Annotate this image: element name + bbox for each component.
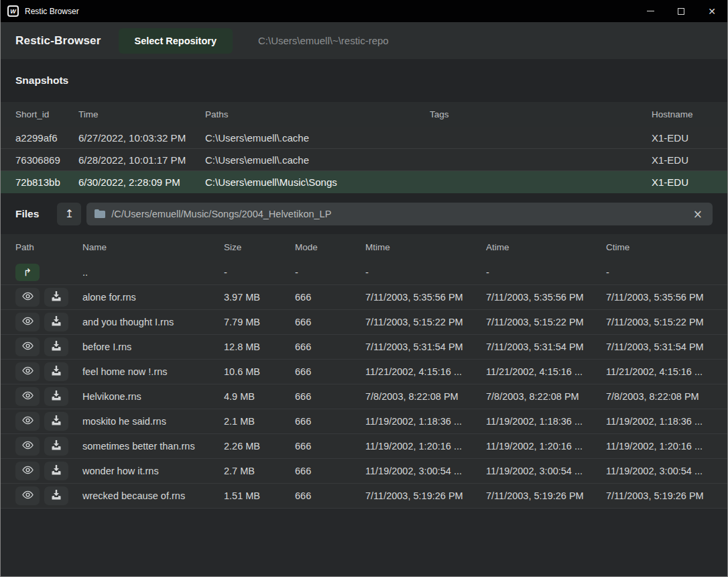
eye-icon — [21, 490, 34, 501]
download-icon — [51, 316, 62, 328]
col-short-id: Short_id — [15, 109, 78, 119]
select-repository-button[interactable]: Select Repository — [119, 28, 233, 54]
snapshot-row[interactable]: 763068696/28/2022, 10:01:17 PMC:\Users\e… — [1, 149, 727, 171]
file-ctime: 7/11/2003, 5:35:56 PM — [606, 292, 713, 303]
maximize-button[interactable] — [666, 0, 696, 22]
eye-icon — [21, 416, 34, 427]
preview-file-button[interactable] — [15, 412, 40, 431]
file-atime: 7/11/2003, 5:19:26 PM — [486, 490, 606, 501]
snapshot-short-id: a2299af6 — [15, 132, 78, 144]
file-ctime: 7/11/2003, 5:19:26 PM — [606, 490, 713, 501]
parent-dir-row: ↱..----- — [1, 260, 727, 285]
preview-file-button[interactable] — [15, 313, 40, 331]
file-mtime: 11/19/2002, 3:00:54 ... — [365, 466, 486, 476]
minimize-button[interactable] — [635, 0, 666, 22]
preview-file-button[interactable] — [15, 462, 40, 480]
eye-icon — [21, 342, 34, 352]
col-size: Size — [224, 242, 295, 252]
files-rows: ↱..-----alone for.rns3.97 MB6667/11/2003… — [1, 260, 727, 509]
file-name: wrecked because of.rns — [82, 490, 224, 501]
file-name: .. — [82, 267, 224, 278]
file-size: 2.7 MB — [224, 466, 295, 476]
file-actions — [15, 437, 82, 456]
clear-path-button[interactable]: × — [691, 207, 705, 221]
file-ctime: 11/19/2002, 1:20:16 ... — [606, 441, 713, 452]
download-file-button[interactable] — [44, 486, 68, 505]
download-file-button[interactable] — [44, 313, 68, 331]
preview-file-button[interactable] — [15, 288, 40, 307]
preview-file-button[interactable] — [15, 387, 40, 406]
current-path-bar[interactable]: /C/Users/emuell/Music/Songs/2004_Helveti… — [86, 203, 713, 225]
window-title: Restic Browser — [25, 7, 79, 16]
file-size: - — [224, 267, 295, 278]
snapshot-short-id: 76306869 — [15, 154, 78, 166]
download-icon — [51, 465, 62, 477]
download-file-button[interactable] — [44, 288, 68, 307]
file-mode: 666 — [295, 416, 365, 427]
download-file-button[interactable] — [44, 387, 68, 406]
file-name: and you thought I.rns — [82, 317, 224, 327]
file-actions — [15, 288, 82, 307]
snapshot-row[interactable]: a2299af66/27/2022, 10:03:32 PMC:\Users\e… — [1, 127, 727, 149]
snapshot-paths: C:\Users\emuell\.cache — [205, 154, 430, 166]
file-ctime: 7/11/2003, 5:31:54 PM — [606, 342, 713, 352]
app-title: Restic-Browser — [15, 34, 101, 48]
snapshot-paths: C:\Users\emuell\.cache — [205, 132, 430, 144]
file-ctime: 11/19/2002, 3:00:54 ... — [606, 466, 713, 476]
file-mtime: 7/11/2003, 5:15:22 PM — [365, 317, 486, 327]
eye-icon — [21, 466, 34, 476]
download-file-button[interactable] — [44, 462, 68, 480]
go-to-root-button[interactable]: ↥ — [57, 203, 81, 225]
download-icon — [51, 366, 62, 378]
file-actions — [15, 362, 82, 381]
eye-icon — [21, 366, 34, 377]
snapshots-table-header: Short_id Time Paths Tags Hostname — [1, 102, 727, 127]
col-atime: Atime — [486, 242, 606, 252]
preview-file-button[interactable] — [15, 362, 40, 381]
file-mode: 666 — [295, 292, 365, 303]
snapshots-section-header: Snapshots — [1, 59, 727, 102]
preview-file-button[interactable] — [15, 437, 40, 456]
up-from-bar-icon: ↥ — [65, 207, 74, 220]
file-atime: 11/21/2002, 4:15:16 ... — [486, 366, 606, 377]
file-mtime: 7/11/2003, 5:35:56 PM — [365, 292, 486, 303]
file-row: Helvikone.rns4.9 MB6667/8/2003, 8:22:08 … — [1, 384, 727, 409]
file-name: feel home now !.rns — [82, 366, 224, 377]
snapshot-hostname: X1-EDU — [652, 154, 713, 166]
files-heading: Files — [15, 208, 39, 220]
file-mode: 666 — [295, 342, 365, 352]
file-mode: 666 — [295, 317, 365, 327]
download-file-button[interactable] — [44, 362, 68, 381]
file-row: wrecked because of.rns1.51 MB6667/11/200… — [1, 484, 727, 509]
up-directory-icon: ↱ — [23, 266, 32, 278]
download-file-button[interactable] — [44, 437, 68, 456]
download-file-button[interactable] — [44, 412, 68, 431]
file-mtime: 7/11/2003, 5:31:54 PM — [365, 342, 486, 352]
download-icon — [51, 390, 62, 403]
close-button[interactable]: ✕ — [696, 0, 727, 22]
preview-file-button[interactable] — [15, 486, 40, 505]
file-mode: - — [295, 267, 365, 278]
file-size: 10.6 MB — [224, 366, 295, 377]
snapshot-row[interactable]: 72b813bb6/30/2022, 2:28:09 PMC:\Users\em… — [1, 171, 727, 193]
col-ctime: Ctime — [606, 242, 713, 252]
file-size: 4.9 MB — [224, 391, 295, 402]
parent-dir-actions: ↱ — [15, 264, 82, 281]
current-path-value: /C/Users/emuell/Music/Songs/2004_Helveti… — [111, 209, 690, 219]
file-mode: 666 — [295, 366, 365, 377]
download-file-button[interactable] — [44, 337, 68, 356]
file-actions — [15, 486, 82, 505]
file-atime: 11/19/2002, 1:18:36 ... — [486, 416, 606, 427]
col-path: Path — [15, 242, 82, 252]
file-name: wonder how it.rns — [82, 466, 224, 476]
up-directory-button[interactable]: ↱ — [15, 264, 40, 281]
file-actions — [15, 462, 82, 480]
eye-icon — [21, 391, 34, 402]
file-ctime: 7/8/2003, 8:22:08 PM — [606, 391, 713, 402]
snapshot-time: 6/30/2022, 2:28:09 PM — [78, 176, 205, 188]
snapshot-short-id: 72b813bb — [15, 176, 78, 188]
file-name: Helvikone.rns — [82, 391, 224, 402]
file-actions — [15, 387, 82, 406]
file-name: sometimes better than.rns — [82, 441, 224, 452]
preview-file-button[interactable] — [15, 337, 40, 356]
